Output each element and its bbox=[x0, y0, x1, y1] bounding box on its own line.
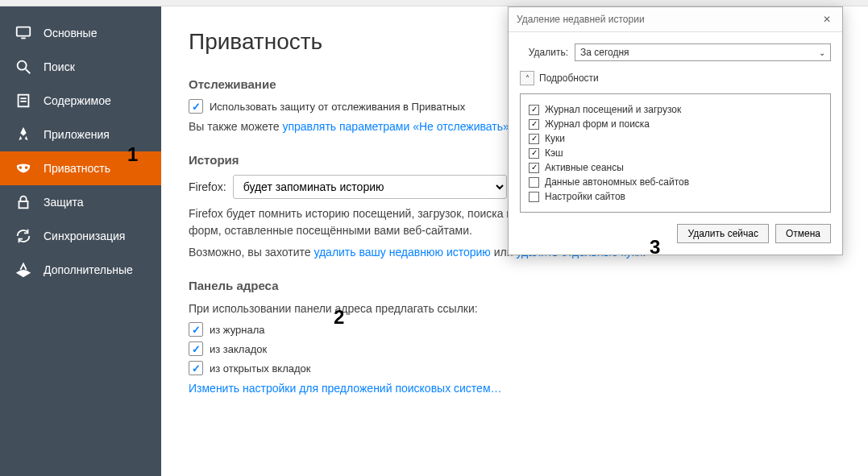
addressbar-text: При использовании панели адреса предлага… bbox=[189, 300, 841, 317]
chevron-up-icon: ˄ bbox=[520, 71, 534, 85]
svg-line-3 bbox=[26, 69, 31, 74]
search-engine-settings-link[interactable]: Изменить настройки для предложений поиск… bbox=[189, 382, 502, 395]
sidebar-item-sync[interactable]: Синхронизация bbox=[0, 219, 161, 253]
addressbar-heading: Панель адреса bbox=[189, 279, 841, 292]
sidebar-item-label: Приватность bbox=[44, 162, 110, 175]
sync-icon bbox=[15, 227, 32, 245]
maybe-text: Возможно, вы захотите bbox=[189, 246, 314, 259]
chevron-down-icon: ⌄ bbox=[819, 48, 825, 57]
mask-icon bbox=[15, 159, 32, 177]
sidebar-item-label: Синхронизация bbox=[44, 230, 125, 242]
document-icon bbox=[15, 92, 32, 110]
svg-rect-9 bbox=[19, 201, 28, 208]
sidebar-item-label: Защита bbox=[44, 196, 84, 209]
sidebar-item-label: Основные bbox=[44, 27, 97, 39]
cb-form-history[interactable] bbox=[529, 119, 539, 130]
sidebar-item-label: Содержимое bbox=[44, 94, 111, 107]
clear-recent-history-link[interactable]: удалить вашу недавнюю историю bbox=[314, 246, 490, 259]
sidebar-item-label: Приложения bbox=[44, 128, 110, 141]
rocket-icon bbox=[15, 126, 32, 143]
tracking-params-link[interactable]: управлять параметрами «Не отслеживать» bbox=[282, 120, 509, 133]
addr-opentabs-label: из открытых вкладок bbox=[210, 362, 310, 375]
addr-bookmarks-checkbox[interactable] bbox=[189, 341, 203, 356]
sidebar-item-privacy[interactable]: Приватность bbox=[0, 151, 161, 185]
details-label: Подробности bbox=[539, 72, 599, 84]
history-mode-select[interactable]: будет запоминать историю bbox=[233, 175, 507, 199]
addr-history-checkbox[interactable] bbox=[189, 322, 203, 337]
sidebar-item-label: Поиск bbox=[44, 60, 75, 73]
svg-point-8 bbox=[25, 166, 28, 169]
svg-rect-0 bbox=[17, 27, 31, 36]
sidebar-item-search[interactable]: Поиск bbox=[0, 50, 161, 84]
monitor-icon bbox=[15, 24, 32, 42]
tracking-protection-label: Использовать защиту от отслеживания в Пр… bbox=[210, 101, 465, 113]
sidebar-item-general[interactable]: Основные bbox=[0, 16, 161, 50]
firefox-label: Firefox: bbox=[189, 180, 226, 193]
clear-history-dialog: Удаление недавней истории ✕ Удалить: За … bbox=[508, 6, 843, 255]
sidebar-item-apps[interactable]: Приложения bbox=[0, 118, 161, 151]
sidebar-item-security[interactable]: Защита bbox=[0, 185, 161, 219]
details-list: Журнал посещений и загрузок Журнал форм … bbox=[520, 93, 831, 213]
lock-icon bbox=[15, 193, 32, 211]
dialog-title: Удаление недавней истории bbox=[517, 14, 645, 25]
addr-bookmarks-label: из закладок bbox=[210, 343, 267, 355]
sidebar-item-content[interactable]: Содержимое bbox=[0, 84, 161, 118]
cb-cookies[interactable] bbox=[529, 134, 539, 144]
svg-rect-1 bbox=[21, 38, 26, 39]
cb-offline-data[interactable] bbox=[529, 177, 539, 188]
sidebar-item-advanced[interactable]: Дополнительные bbox=[0, 253, 161, 287]
cb-sessions[interactable] bbox=[529, 163, 539, 173]
cb-cache[interactable] bbox=[529, 148, 539, 159]
delete-range-select[interactable]: За сегодня ⌄ bbox=[575, 43, 831, 61]
details-toggle[interactable]: ˄ Подробности bbox=[520, 71, 599, 85]
cancel-button[interactable]: Отмена bbox=[775, 224, 831, 243]
hat-icon bbox=[15, 261, 32, 279]
cb-site-prefs[interactable] bbox=[529, 192, 539, 202]
settings-sidebar: Основные Поиск Содержимое Приложения При… bbox=[0, 6, 161, 476]
cb-visit-history[interactable] bbox=[529, 105, 539, 115]
addr-history-label: из журнала bbox=[210, 324, 265, 336]
close-icon[interactable]: ✕ bbox=[820, 12, 834, 27]
tracking-protection-checkbox[interactable] bbox=[189, 99, 203, 114]
search-icon bbox=[15, 58, 32, 76]
delete-now-button[interactable]: Удалить сейчас bbox=[677, 224, 768, 243]
tracking-text: Вы также можете bbox=[189, 120, 282, 133]
sidebar-item-label: Дополнительные bbox=[44, 263, 133, 276]
svg-point-7 bbox=[19, 166, 23, 169]
addr-opentabs-checkbox[interactable] bbox=[189, 361, 203, 375]
delete-range-label: Удалить: bbox=[520, 47, 568, 58]
svg-point-2 bbox=[18, 61, 27, 70]
